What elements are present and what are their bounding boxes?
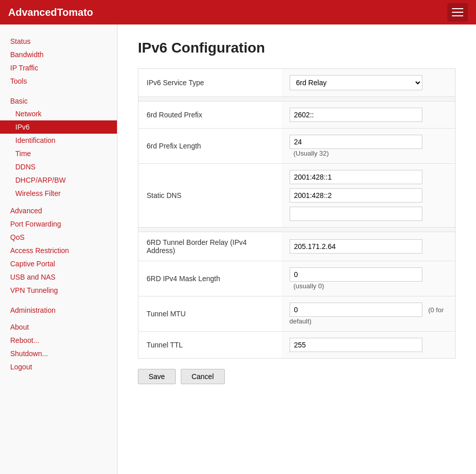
- sidebar-item-wireless-filter[interactable]: Wireless Filter: [0, 187, 117, 200]
- ipv4-mask-length-input[interactable]: [290, 267, 422, 282]
- form-buttons: Save Cancel: [138, 369, 456, 384]
- field-value-tunnel-ttl: [281, 332, 456, 359]
- routed-prefix-input[interactable]: [290, 108, 422, 122]
- sidebar-item-captive-portal[interactable]: Captive Portal: [0, 257, 117, 270]
- field-label-tunnel-ttl: Tunnel TTL: [138, 332, 281, 359]
- cancel-button[interactable]: Cancel: [181, 369, 225, 384]
- sidebar-group-administration: Administration: [0, 301, 117, 316]
- ipv6-service-type-select[interactable]: 6rd Relay Native Tunnel 6in4 Other: [290, 75, 422, 90]
- field-value-tunnel-mtu: (0 for default): [281, 296, 456, 332]
- field-value-routed-prefix: [281, 102, 456, 129]
- field-value-tunnel-border-relay: [281, 232, 456, 261]
- field-label-tunnel-border-relay: 6RD Tunnel Border Relay (IPv4 Address): [138, 232, 281, 261]
- header: AdvancedTomato: [0, 0, 476, 24]
- tunnel-border-relay-input[interactable]: [290, 239, 422, 254]
- tunnel-mtu-input[interactable]: [290, 303, 422, 317]
- field-label-routed-prefix: 6rd Routed Prefix: [138, 102, 281, 129]
- sidebar-item-identification[interactable]: Identification: [0, 134, 117, 147]
- field-value-ipv4-mask-length: (usually 0): [281, 261, 456, 296]
- field-value-prefix-length: (Usually 32): [281, 129, 456, 164]
- menu-button[interactable]: [447, 3, 468, 21]
- static-dns-input-3[interactable]: [290, 207, 422, 221]
- hamburger-icon: [452, 15, 463, 16]
- field-label-prefix-length: 6rd Prefix Length: [138, 129, 281, 164]
- sidebar-item-time[interactable]: Time: [0, 147, 117, 160]
- static-dns-input-2[interactable]: [290, 188, 422, 203]
- sidebar-item-qos[interactable]: QoS: [0, 231, 117, 244]
- field-label-service-type: IPv6 Service Type: [138, 69, 281, 97]
- sidebar-item-shutdown[interactable]: Shutdown...: [0, 347, 117, 360]
- field-value-service-type: 6rd Relay Native Tunnel 6in4 Other: [281, 69, 456, 97]
- page-title: IPv6 Configuration: [138, 40, 456, 56]
- prefix-length-hint: (Usually 32): [294, 149, 329, 157]
- sidebar-item-reboot[interactable]: Reboot...: [0, 334, 117, 347]
- sidebar-item-about[interactable]: About: [0, 320, 117, 334]
- sidebar-item-ip-traffic[interactable]: IP Traffic: [0, 61, 117, 74]
- ipv4-mask-length-hint: (usually 0): [294, 282, 324, 290]
- sidebar-item-status[interactable]: Status: [0, 35, 117, 48]
- sidebar-group-basic: Basic: [0, 92, 117, 107]
- sidebar-item-port-forwarding[interactable]: Port Forwarding: [0, 217, 117, 231]
- sidebar-item-ipv6[interactable]: IPv6: [0, 120, 117, 134]
- tunnel-ttl-input[interactable]: [290, 338, 422, 352]
- field-label-ipv4-mask-length: 6RD IPv4 Mask Length: [138, 261, 281, 296]
- sidebar-item-advanced[interactable]: Advanced: [0, 204, 117, 217]
- hamburger-icon: [452, 8, 463, 9]
- static-dns-input-1[interactable]: [290, 170, 422, 184]
- sidebar-item-tools[interactable]: Tools: [0, 74, 117, 88]
- field-label-static-dns: Static DNS: [138, 164, 281, 228]
- save-button[interactable]: Save: [138, 369, 176, 384]
- sidebar-item-bandwidth[interactable]: Bandwidth: [0, 48, 117, 61]
- sidebar: Status Bandwidth IP Traffic Tools Basic …: [0, 24, 117, 474]
- sidebar-item-dhcp[interactable]: DHCP/ARP/BW: [0, 173, 117, 187]
- prefix-length-input[interactable]: [290, 135, 422, 149]
- sidebar-item-vpn-tunneling[interactable]: VPN Tunneling: [0, 284, 117, 297]
- app-title: AdvancedTomato: [8, 7, 93, 18]
- hamburger-icon: [452, 12, 463, 13]
- sidebar-item-network[interactable]: Network: [0, 107, 117, 120]
- sidebar-item-usb-nas[interactable]: USB and NAS: [0, 270, 117, 284]
- sidebar-item-access-restriction[interactable]: Access Restriction: [0, 244, 117, 257]
- sidebar-item-logout[interactable]: Logout: [0, 360, 117, 373]
- layout: Status Bandwidth IP Traffic Tools Basic …: [0, 24, 476, 474]
- field-label-tunnel-mtu: Tunnel MTU: [138, 296, 281, 332]
- main-content: IPv6 Configuration IPv6 Service Type 6rd…: [117, 24, 476, 474]
- sidebar-item-ddns[interactable]: DDNS: [0, 160, 117, 173]
- field-value-static-dns: [281, 164, 456, 228]
- config-form: IPv6 Service Type 6rd Relay Native Tunne…: [138, 68, 456, 359]
